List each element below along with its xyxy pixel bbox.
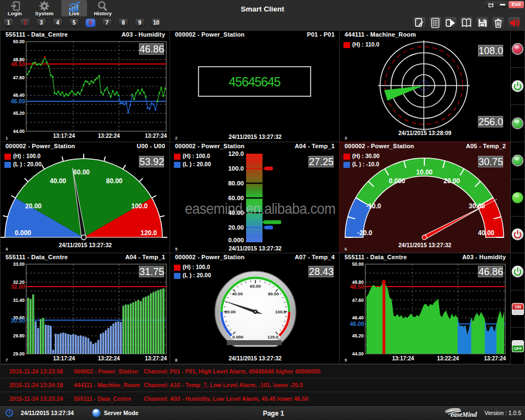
svg-text:47.60: 47.60 (352, 298, 364, 303)
svg-text:13:22:24: 13:22:24 (98, 133, 120, 139)
svg-text:50.00: 50.00 (13, 39, 25, 44)
svg-text:29.80: 29.80 (13, 333, 25, 339)
svg-text:0.000: 0.000 (389, 177, 405, 185)
svg-text:48.50: 48.50 (350, 283, 364, 290)
svg-text:40.00: 40.00 (478, 229, 494, 237)
svg-text:46.40: 46.40 (352, 315, 364, 320)
svg-text:120.0: 120.0 (267, 335, 279, 340)
svg-text:ON: ON (515, 305, 521, 310)
svg-text:47.60: 47.60 (13, 75, 25, 80)
svg-text:45.20: 45.20 (13, 110, 25, 116)
svg-text:0.000: 0.000 (15, 229, 31, 237)
svg-text:13:17:24: 13:17:24 (53, 355, 75, 361)
svg-text:44.00: 44.00 (352, 351, 364, 357)
svg-text:13:27:24: 13:27:24 (484, 355, 506, 361)
svg-text:29.00: 29.00 (13, 351, 25, 357)
svg-text:100.0: 100.0 (131, 202, 148, 210)
svg-text:45.20: 45.20 (352, 333, 364, 339)
svg-text:13:17:24: 13:17:24 (392, 355, 414, 361)
svg-text:easeMind: easeMind (451, 411, 477, 418)
svg-text:31.40: 31.40 (13, 298, 25, 303)
svg-text:20.00: 20.00 (225, 310, 236, 314)
svg-text:120.0: 120.0 (228, 150, 244, 157)
svg-text:60.00: 60.00 (250, 284, 261, 289)
svg-text:60.00: 60.00 (73, 168, 90, 176)
svg-text:46.40: 46.40 (13, 92, 25, 98)
svg-text:13:22:24: 13:22:24 (98, 355, 120, 361)
svg-text:100.0: 100.0 (228, 165, 244, 172)
svg-text:-10.0: -10.0 (366, 202, 381, 210)
svg-text:46.00: 46.00 (11, 98, 25, 104)
svg-text:10.00: 10.00 (416, 168, 433, 176)
svg-text:OFF: OFF (514, 346, 522, 351)
svg-text:40.00: 40.00 (50, 177, 66, 185)
svg-text:13:22:24: 13:22:24 (437, 355, 459, 361)
svg-text:20.00: 20.00 (444, 177, 460, 185)
svg-text:30.50: 30.50 (11, 317, 25, 324)
svg-text:48.50: 48.50 (11, 61, 25, 67)
svg-text:46.00: 46.00 (350, 320, 364, 327)
svg-text:120.0: 120.0 (141, 229, 157, 237)
svg-text:80.00: 80.00 (106, 177, 122, 185)
svg-text:50.00: 50.00 (352, 261, 364, 267)
svg-text:40.00: 40.00 (232, 291, 243, 296)
svg-text:0.000: 0.000 (228, 237, 244, 243)
svg-text:100.0: 100.0 (275, 310, 287, 314)
svg-text:13:27:24: 13:27:24 (145, 133, 167, 139)
svg-text:32.00: 32.00 (11, 283, 25, 290)
svg-text:13:17:24: 13:17:24 (53, 133, 75, 139)
svg-text:30.00: 30.00 (469, 202, 485, 210)
svg-text:20.00: 20.00 (228, 224, 244, 231)
svg-text:44.00: 44.00 (13, 129, 25, 134)
svg-text:20.00: 20.00 (25, 202, 42, 210)
svg-text:13:27:24: 13:27:24 (145, 355, 167, 361)
svg-text:-20.0: -20.0 (357, 229, 372, 237)
svg-text:0.000: 0.000 (232, 335, 244, 340)
svg-text:80.00: 80.00 (268, 291, 279, 296)
svg-text:80.00: 80.00 (228, 180, 244, 186)
svg-text:33.00: 33.00 (13, 261, 25, 267)
